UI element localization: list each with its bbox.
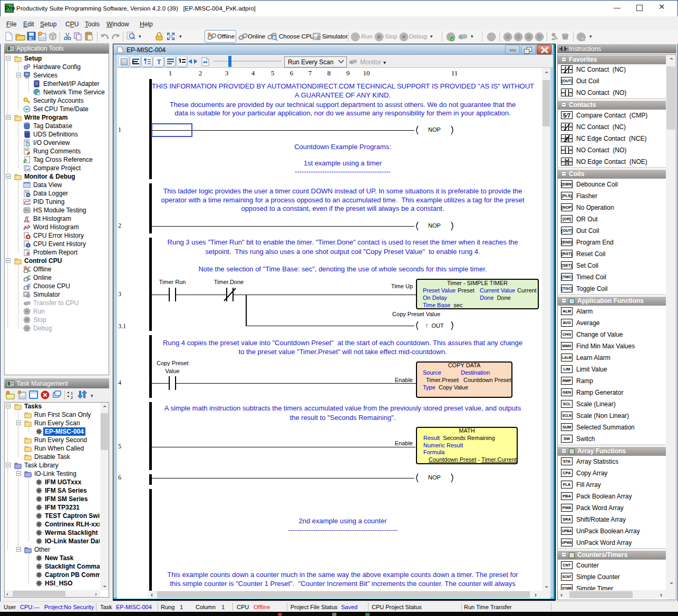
svg-text:2: 2 bbox=[71, 395, 73, 399]
svg-text:n: n bbox=[27, 215, 29, 218]
svg-text:5⁄7: 5⁄7 bbox=[563, 112, 570, 119]
